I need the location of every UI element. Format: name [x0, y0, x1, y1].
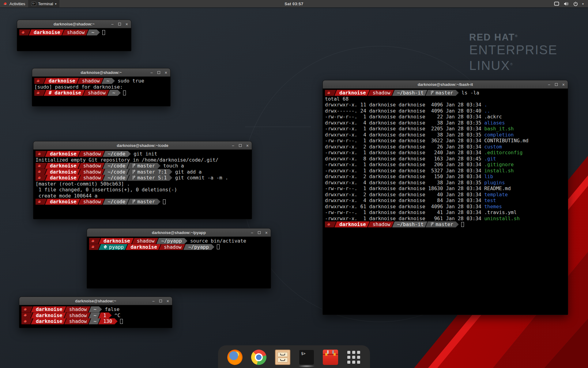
window-titlebar[interactable]: darknoise@shadow:~/pyapp−×: [87, 228, 271, 237]
close-button[interactable]: ×: [165, 71, 167, 75]
ls-row-meta: -rwxrwxr-x. 1 darknoise darknoise 240 Ja…: [325, 150, 484, 156]
desktop-background[interactable]: RED HAT® ENTERPRISE LINUX® darknoise@sha…: [0, 0, 588, 368]
firefox-icon[interactable]: [227, 350, 243, 365]
ls-file-name: uninstall.sh: [484, 216, 520, 222]
prompt-path-segment: ~: [107, 90, 121, 96]
maximize-button[interactable]: [157, 71, 160, 74]
command-text: git init: [134, 151, 157, 157]
ls-row: drwxrwxr-x. 4 darknoise darknoise 38 Jan…: [325, 120, 566, 126]
app-grid-icon[interactable]: [347, 350, 361, 364]
window-titlebar[interactable]: darknoise@shadow:~−×: [17, 20, 131, 28]
prompt-line: darknoiseshadow~/bash-itmasterls -la: [325, 90, 566, 96]
maximize-button[interactable]: [118, 23, 121, 25]
prompt-host-segment: shadow: [78, 163, 105, 169]
terminal-content[interactable]: darknoiseshadow~/pyappsource bin/activat…: [87, 237, 271, 288]
window-titlebar[interactable]: darknoise@shadow:~−×: [32, 68, 170, 77]
prompt-host-segment: shadow: [78, 175, 105, 181]
minimize-button[interactable]: −: [111, 22, 114, 26]
activities-button[interactable]: Activities: [0, 0, 28, 7]
terminal-content[interactable]: darknoiseshadow~falsedarknoiseshadow~1^C…: [19, 305, 172, 328]
close-button[interactable]: ×: [246, 144, 249, 148]
display-icon: [554, 2, 559, 6]
window-controls: −×: [232, 141, 249, 150]
terminal-icon[interactable]: $>: [299, 350, 314, 365]
terminal-cursor: [461, 222, 464, 227]
maximize-button[interactable]: [159, 300, 162, 302]
toolbox-icon[interactable]: [323, 350, 338, 365]
ls-file-name: aliases: [484, 120, 505, 126]
command-text: source bin/activate: [190, 238, 246, 244]
terminal-window: darknoise@shadow:~−×darknoiseshadow~fals…: [19, 297, 172, 328]
files-icon[interactable]: [275, 350, 290, 365]
maximize-button[interactable]: [239, 144, 242, 147]
maximize-button[interactable]: [555, 83, 558, 86]
ls-file-name: test: [484, 197, 496, 204]
minimize-button[interactable]: −: [150, 71, 153, 75]
terminal-cursor: [217, 244, 220, 249]
system-status-area[interactable]: ▾: [550, 0, 588, 7]
prompt-path-segment: ~/pyapp: [183, 244, 214, 250]
prompt-user-segment: # darknoise: [44, 90, 85, 96]
prompt-path-segment: ~/code: [103, 199, 129, 205]
output-text: total 68: [325, 96, 349, 102]
prompt-user-segment: darknoise: [45, 151, 80, 157]
ls-row: -rw-rw-r--. 1 darknoise darknoise 18630 …: [325, 186, 566, 192]
prompt-user-segment: darknoise: [31, 318, 66, 324]
ls-file-name: plugins: [484, 180, 505, 186]
ls-row: drwxrwxr-x. 2 darknoise darknoise 40 Jan…: [325, 192, 566, 198]
command-text: touch a: [163, 163, 184, 169]
minimize-button[interactable]: −: [251, 231, 253, 235]
window-title: darknoise@shadow:~: [81, 70, 122, 75]
window-titlebar[interactable]: darknoise@shadow:~/code−×: [33, 141, 252, 150]
wallpaper-line: [245, 127, 311, 127]
clock[interactable]: Sat 03:57: [285, 2, 303, 6]
terminal-window: darknoise@shadow:~−×darknoiseshadow~: [17, 20, 131, 51]
prompt-host-segment: shadow: [368, 90, 394, 96]
logo-enterprise: ENTERPRISE: [469, 43, 557, 57]
window-titlebar[interactable]: darknoise@shadow:~/bash-it−×: [323, 80, 568, 89]
ls-row: -rwxrwxr-x. 1 darknoise darknoise 2205 J…: [325, 126, 566, 132]
minimize-button[interactable]: −: [548, 82, 550, 87]
terminal-content[interactable]: darknoiseshadow~/bash-itmasterls -latota…: [323, 89, 568, 315]
ls-row-meta: drwxrwxr-x. 4 darknoise darknoise 38 Jan…: [325, 132, 484, 138]
prompt-host-segment: shadow: [62, 29, 89, 36]
window-titlebar[interactable]: darknoise@shadow:~−×: [19, 297, 172, 305]
rhel-wallpaper-logo: RED HAT® ENTERPRISE LINUX®: [469, 32, 557, 73]
ls-file-name: .: [484, 102, 487, 108]
command-text: ls -la: [462, 90, 479, 96]
output-text: [sudo] password for darknoise:: [34, 84, 123, 90]
close-button[interactable]: ×: [265, 231, 268, 235]
prompt-line: darknoiseshadow~: [19, 29, 129, 36]
output-text: 1 file changed, 0 insertions(+), 0 delet…: [36, 187, 177, 193]
terminal-content[interactable]: darknoiseshadow~: [17, 29, 131, 51]
window-controls: −×: [152, 297, 169, 305]
ls-row: -rwxrwxr-x. 1 darknoise darknoise 206 Ja…: [325, 162, 566, 168]
prompt-path-segment: ~: [102, 78, 115, 84]
ls-file-name: .git: [484, 156, 496, 162]
output-text: Initialized empty Git repository in /hom…: [36, 157, 218, 163]
prompt-line: darknoiseshadow~false: [21, 306, 170, 312]
ls-row: drwxrwxr-x. 8 darknoise darknoise 163 Ja…: [325, 156, 566, 162]
ls-row: -rw-rw-r--. 1 darknoise darknoise 41 Jan…: [325, 209, 566, 216]
app-menu-terminal[interactable]: $> Terminal ▾: [28, 0, 59, 7]
ls-row-meta: drwxrwxr-x. 2 darknoise darknoise 40 Jan…: [325, 192, 484, 198]
minimize-button[interactable]: −: [152, 299, 155, 303]
dock: $>: [218, 345, 370, 368]
terminal-content[interactable]: darknoiseshadow~/codegit initInitialized…: [33, 150, 252, 219]
terminal-content[interactable]: darknoiseshadow~sudo true[sudo] password…: [32, 77, 170, 106]
prompt-line: pyappdarknoiseshadow~/pyapp: [89, 244, 269, 250]
terminal-window: darknoise@shadow:~/pyapp−×darknoiseshado…: [87, 228, 271, 289]
chevron-down-icon: ▾: [55, 2, 56, 6]
prompt-path-segment: ~/bash-it: [392, 90, 428, 96]
git-branch-segment: master: [425, 90, 459, 96]
minimize-button[interactable]: −: [232, 144, 234, 148]
ls-row-meta: -rwxrwxr-x. 1 darknoise darknoise 5327 J…: [325, 168, 484, 174]
close-button[interactable]: ×: [167, 299, 169, 303]
maximize-button[interactable]: [258, 231, 261, 234]
redhat-icon-segment: [34, 78, 46, 84]
close-button[interactable]: ×: [126, 22, 128, 26]
chrome-icon[interactable]: [251, 350, 266, 365]
close-button[interactable]: ×: [562, 82, 565, 87]
volume-icon: [564, 2, 569, 6]
prompt-host-segment: shadow: [159, 244, 185, 250]
